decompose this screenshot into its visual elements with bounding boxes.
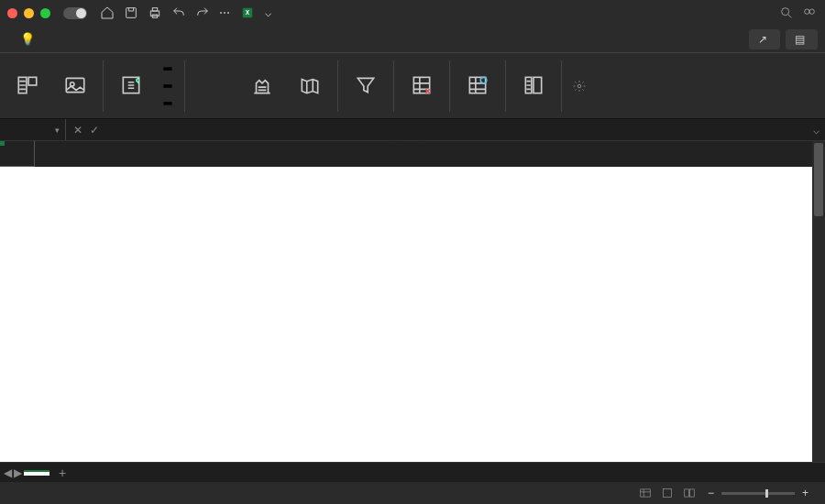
stocks-button[interactable] xyxy=(240,53,284,118)
formula-expand-icon[interactable]: ⌵ xyxy=(808,124,825,137)
chevron-down-icon[interactable]: ⌵ xyxy=(265,6,271,19)
queries-icon[interactable] xyxy=(160,65,175,78)
analysis-tools-button[interactable] xyxy=(567,80,595,93)
formula-input[interactable] xyxy=(114,119,808,140)
autosave-toggle[interactable] xyxy=(63,7,87,19)
undo-icon[interactable] xyxy=(171,5,186,20)
geography-button[interactable] xyxy=(288,53,332,118)
sheet-prev-icon[interactable]: ◀ xyxy=(4,466,12,479)
sort-filter-button[interactable] xyxy=(344,53,388,118)
excel-file-icon: X xyxy=(241,6,254,19)
quick-access: ⋯ xyxy=(100,5,230,20)
sheet-tab-bar: ◀ ▶ + xyxy=(0,462,825,482)
ribbon-tabs: 💡 ↗ ▤ xyxy=(0,26,825,53)
svg-point-22 xyxy=(578,84,581,88)
svg-rect-15 xyxy=(163,84,171,88)
svg-text:X: X xyxy=(246,9,250,16)
namebox-dropdown-icon[interactable]: ▾ xyxy=(55,126,60,135)
sheet-next-icon[interactable]: ▶ xyxy=(14,466,22,479)
svg-point-7 xyxy=(805,9,809,14)
refresh-all-button[interactable] xyxy=(109,53,153,118)
vertical-scrollbar[interactable] xyxy=(812,141,825,462)
select-all-corner[interactable] xyxy=(0,141,35,167)
svg-rect-23 xyxy=(641,489,651,497)
data-tools-button[interactable] xyxy=(400,53,444,118)
zoom-in-button[interactable]: + xyxy=(802,487,808,499)
svg-rect-14 xyxy=(163,67,171,71)
titlebar: ⋯ X ⌵ xyxy=(0,0,825,26)
zoom-out-button[interactable]: − xyxy=(708,487,714,499)
comments-button[interactable]: ▤ xyxy=(786,29,818,49)
properties-icon[interactable] xyxy=(160,80,175,93)
tell-me[interactable]: 💡 xyxy=(11,27,48,50)
svg-rect-26 xyxy=(690,489,695,497)
from-picture-button[interactable] xyxy=(53,53,97,118)
worksheet-grid[interactable] xyxy=(0,141,812,462)
print-icon[interactable] xyxy=(148,5,162,20)
svg-rect-21 xyxy=(534,77,542,93)
column-headers[interactable] xyxy=(35,141,812,167)
svg-rect-25 xyxy=(685,489,689,497)
connection-mini-buttons xyxy=(157,65,179,107)
svg-rect-2 xyxy=(152,8,157,11)
cancel-edit-icon[interactable]: ✕ xyxy=(73,124,82,137)
comment-icon: ▤ xyxy=(795,33,805,46)
links-icon[interactable] xyxy=(160,94,175,107)
scroll-thumb[interactable] xyxy=(814,143,823,216)
svg-rect-24 xyxy=(663,488,671,497)
name-box[interactable]: ▾ xyxy=(0,119,66,140)
maximize-window[interactable] xyxy=(40,8,50,18)
svg-rect-1 xyxy=(150,11,159,16)
svg-rect-18 xyxy=(469,77,485,93)
window-controls xyxy=(7,8,50,18)
ribbon xyxy=(0,53,825,119)
sheet-tab-active[interactable] xyxy=(24,470,50,476)
share-icon: ↗ xyxy=(758,33,767,46)
gear-icon xyxy=(573,80,586,93)
bulb-icon: 💡 xyxy=(20,32,35,46)
home-icon[interactable] xyxy=(100,5,115,20)
save-icon[interactable] xyxy=(124,5,138,20)
close-window[interactable] xyxy=(7,8,17,18)
outline-button[interactable] xyxy=(512,53,556,118)
svg-point-6 xyxy=(782,8,789,16)
filename[interactable]: X ⌵ xyxy=(241,6,271,19)
page-break-icon[interactable] xyxy=(682,487,697,499)
share-button[interactable]: ↗ xyxy=(749,29,780,49)
minimize-window[interactable] xyxy=(24,8,34,18)
status-bar: − + xyxy=(0,482,825,504)
more-icon[interactable]: ⋯ xyxy=(219,6,230,19)
get-data-button[interactable] xyxy=(6,53,50,118)
autosave[interactable] xyxy=(58,7,93,19)
whatif-button[interactable] xyxy=(456,53,500,118)
normal-view-icon[interactable] xyxy=(638,487,653,499)
svg-rect-16 xyxy=(163,102,171,105)
redo-icon[interactable] xyxy=(195,5,210,20)
formula-bar: ▾ ✕ ✓ ⌵ xyxy=(0,119,825,141)
svg-rect-10 xyxy=(28,77,37,85)
svg-point-8 xyxy=(809,9,814,14)
zoom-slider[interactable] xyxy=(721,492,795,495)
cloud-sync-icon[interactable] xyxy=(801,5,818,20)
svg-rect-0 xyxy=(126,8,137,18)
search-icon[interactable] xyxy=(779,5,794,20)
add-sheet-button[interactable]: + xyxy=(51,466,73,480)
confirm-edit-icon[interactable]: ✓ xyxy=(90,124,99,137)
page-layout-icon[interactable] xyxy=(660,487,675,499)
